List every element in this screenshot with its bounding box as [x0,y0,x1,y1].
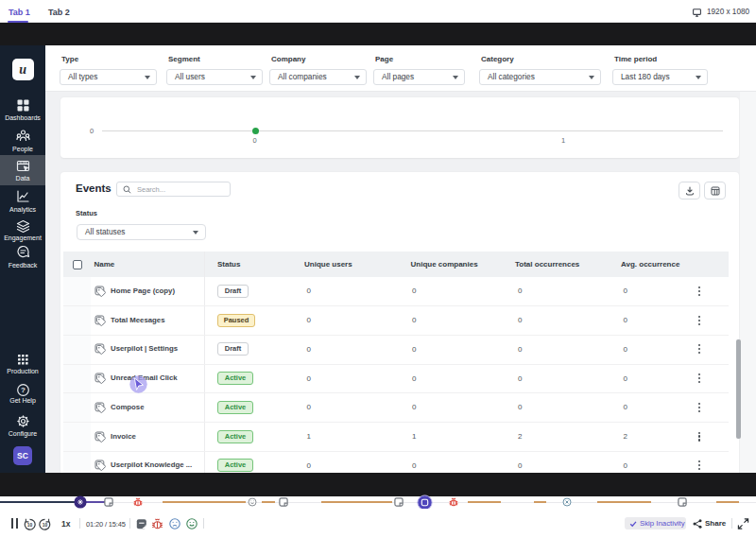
svg-text:10: 10 [42,521,47,527]
svg-text:?: ? [21,386,26,394]
svg-text:10: 10 [26,521,32,527]
